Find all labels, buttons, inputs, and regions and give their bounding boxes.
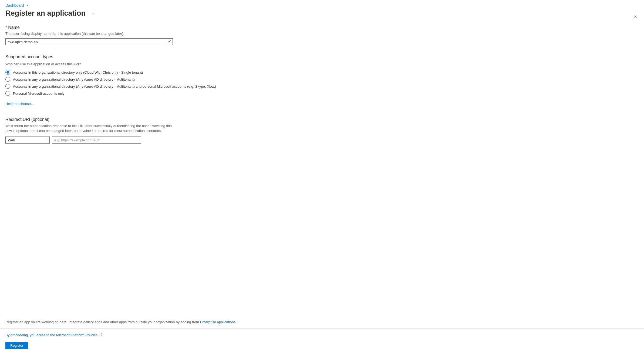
account-type-option-personal-only[interactable]: Personal Microsoft accounts only <box>5 90 275 97</box>
radio-icon <box>5 91 10 96</box>
register-button[interactable]: Register <box>5 342 28 349</box>
radio-icon <box>5 70 10 75</box>
enterprise-applications-link[interactable]: Enterprise applications <box>200 320 236 324</box>
required-indicator: * <box>5 25 7 30</box>
account-types-radio-group: Accounts in this organizational director… <box>5 69 275 97</box>
redirect-uri-heading: Redirect URI (optional) <box>5 117 275 122</box>
radio-label: Accounts in any organizational directory… <box>13 77 135 81</box>
validation-check-icon <box>167 40 171 44</box>
name-field-label: *Name <box>5 25 275 30</box>
chevron-right-icon <box>26 4 29 7</box>
radio-icon <box>5 84 10 89</box>
redirect-uri-input[interactable] <box>52 137 141 144</box>
footer-note: Register an app you're working on here. … <box>5 316 639 328</box>
help-me-choose-link[interactable]: Help me choose... <box>5 102 34 106</box>
radio-label: Accounts in this organizational director… <box>13 70 143 74</box>
account-type-option-single-tenant[interactable]: Accounts in this organizational director… <box>5 69 275 76</box>
svg-line-2 <box>100 333 102 335</box>
name-helper-text: The user-facing display name for this ap… <box>5 32 275 36</box>
account-types-heading: Supported account types <box>5 55 275 59</box>
close-button[interactable] <box>633 15 638 20</box>
radio-label: Accounts in any organizational directory… <box>13 84 216 88</box>
platform-policies-link[interactable]: By proceeding, you agree to the Microsof… <box>5 333 102 337</box>
page-title: Register an application <box>5 9 86 18</box>
radio-icon <box>5 77 10 82</box>
radio-label: Personal Microsoft accounts only <box>13 91 65 96</box>
redirect-uri-description: We'll return the authentication response… <box>5 124 173 133</box>
redirect-platform-select[interactable]: Web <box>5 137 50 144</box>
breadcrumb-dashboard-link[interactable]: Dashboard <box>5 3 24 8</box>
account-types-question: Who can use this application or access t… <box>5 62 275 66</box>
account-type-option-multitenant[interactable]: Accounts in any organizational directory… <box>5 76 275 83</box>
app-name-input[interactable] <box>5 38 173 45</box>
breadcrumb: Dashboard <box>5 3 639 8</box>
account-type-option-multitenant-personal[interactable]: Accounts in any organizational directory… <box>5 83 275 90</box>
external-link-icon <box>99 333 102 337</box>
more-options-button[interactable]: ··· <box>89 10 96 17</box>
